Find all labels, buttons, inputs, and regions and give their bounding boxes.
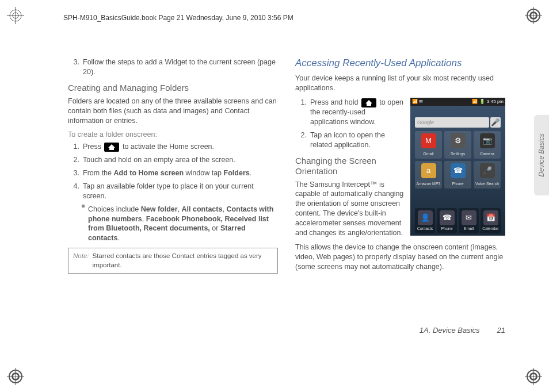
phone-search-input: Google <box>415 117 489 128</box>
footer-section: 1A. Device Basics <box>420 326 480 335</box>
phone-app-cell: aAmazon MP3 <box>415 161 442 189</box>
phone-app-cell: 📷Camera <box>474 131 501 159</box>
note-label: Note: <box>73 252 89 270</box>
phone-app-cell: ☎Phone <box>444 161 471 189</box>
note-text: Starred contacts are those Contact entri… <box>93 252 273 270</box>
phone-app-cell: 🎤Voice Search <box>474 161 501 189</box>
app-icon: a <box>421 163 436 178</box>
list-item: 2. Tap an icon to open the related appli… <box>295 130 405 150</box>
home-key-icon <box>104 143 119 152</box>
list-item: 1. Press and hold to open the recently-u… <box>295 98 405 127</box>
app-icon: ⚙ <box>451 133 466 148</box>
body-text: Folders are located on any of the three … <box>68 97 278 126</box>
phone-dock: 👤Contacts☎Phone✉Email📅Calendar <box>415 208 501 233</box>
registration-mark-icon <box>7 7 24 24</box>
list-item: 4. Tap an available folder type to place… <box>68 182 278 201</box>
app-icon: M <box>421 133 436 148</box>
section-heading: Accessing Recently-Used Applications <box>295 57 505 69</box>
list-item: 1. Press to activate the Home screen. <box>68 142 278 152</box>
app-label: Phone <box>452 181 463 186</box>
phone-app-grid: MGmail⚙Settings📷CameraaAmazon MP3☎Phone🎤… <box>415 131 501 189</box>
right-column: Accessing Recently-Used Applications You… <box>295 57 505 333</box>
side-tab: Device Basics <box>534 115 549 195</box>
list-item: 3. From the Add to Home screen window ta… <box>68 168 278 178</box>
registration-mark-icon <box>525 368 542 385</box>
app-icon: 👤 <box>418 210 433 225</box>
app-label: Camera <box>480 151 494 156</box>
registration-mark-icon <box>525 7 542 24</box>
app-icon: ☎ <box>440 210 455 225</box>
subsection-heading: Creating and Managing Folders <box>68 83 278 93</box>
app-label: Calendar <box>482 226 498 231</box>
body-text: This allows the device to change the ons… <box>295 243 505 272</box>
home-key-icon <box>361 98 376 107</box>
app-icon: 📷 <box>480 133 495 148</box>
page-footer: 1A. Device Basics 21 <box>68 326 505 335</box>
mic-icon: 🎤 <box>490 117 501 128</box>
phone-app-cell: MGmail <box>415 131 442 159</box>
list-item: Choices include New folder, All contacts… <box>68 205 278 244</box>
procedure-intro: To create a folder onscreen: <box>68 130 278 140</box>
phone-screenshot-figure: 📶 ✉ 📶🔋3:45 pm Google 🎤 MGmail⚙Settings📷C… <box>410 98 505 236</box>
square-bullet-icon <box>82 205 85 207</box>
app-icon: 🎤 <box>480 163 495 178</box>
phone-statusbar: 📶 ✉ 📶🔋3:45 pm <box>410 98 505 106</box>
app-label: Settings <box>451 151 465 156</box>
app-icon: 📅 <box>483 210 498 225</box>
app-label: Contacts <box>417 226 433 231</box>
page-content: 3. Follow the steps to add a Widget to t… <box>68 57 505 333</box>
phone-dock-cell: ☎Phone <box>437 208 457 233</box>
list-item: 2. Touch and hold on an empty area of th… <box>68 155 278 165</box>
left-column: 3. Follow the steps to add a Widget to t… <box>68 57 278 333</box>
phone-dock-cell: 👤Contacts <box>415 208 435 233</box>
list-item: 3. Follow the steps to add a Widget to t… <box>68 57 278 77</box>
page-header-meta: SPH-M910_BasicsGuide.book Page 21 Wednes… <box>63 14 293 22</box>
phone-dock-cell: 📅Calendar <box>481 208 501 233</box>
body-text: Your device keeps a running list of your… <box>295 74 505 93</box>
phone-dock-cell: ✉Email <box>459 208 479 233</box>
phone-search-bar: Google 🎤 <box>415 117 501 128</box>
app-label: Phone <box>441 226 452 231</box>
footer-page-number: 21 <box>497 326 505 335</box>
app-label: Voice Search <box>475 181 499 186</box>
app-icon: ✉ <box>462 210 476 225</box>
app-label: Amazon MP3 <box>416 181 440 186</box>
phone-app-cell: ⚙Settings <box>444 131 471 159</box>
app-label: Email <box>464 226 474 231</box>
registration-mark-icon <box>7 368 24 385</box>
app-icon: ☎ <box>451 163 466 178</box>
side-tab-label: Device Basics <box>537 133 546 176</box>
app-label: Gmail <box>423 151 433 156</box>
note-box: Note: Starred contacts are those Contact… <box>68 248 278 274</box>
